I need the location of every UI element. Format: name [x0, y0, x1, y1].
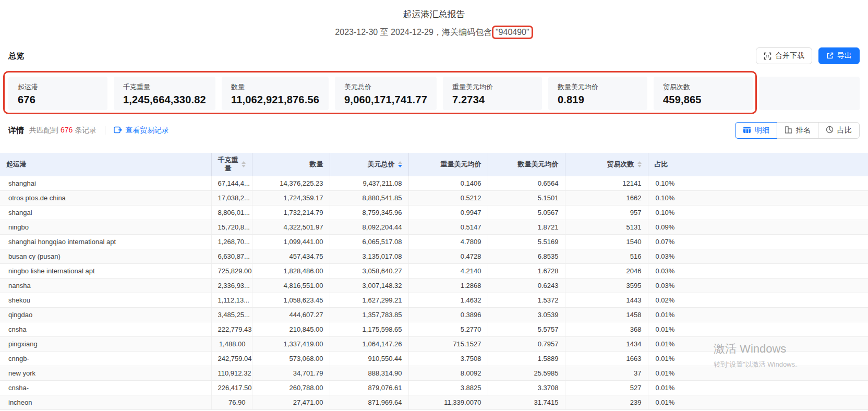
- cell-占比: 0.10%: [648, 176, 868, 191]
- cell-数量美元均价: 3.3708: [488, 381, 565, 395]
- report-page: 起运港汇总报告 2023-12-30 至 2024-12-29，海关编码包含"9…: [0, 0, 868, 411]
- cell-占比: 0.03%: [648, 249, 868, 264]
- cell-千克重量: 1,488.00: [211, 337, 252, 352]
- tab-明细[interactable]: 明细: [735, 122, 777, 139]
- cell-数量美元均价: 1.5372: [488, 293, 565, 308]
- cell-占比: 0.09%: [648, 220, 868, 235]
- toolbar-actions: 合并下载 导出: [756, 47, 860, 64]
- cell-占比: 0.03%: [648, 264, 868, 279]
- cell-起运港: nansha: [0, 279, 211, 293]
- cell-数量: 573,068.00: [252, 352, 330, 366]
- cell-起运港: otros ptos.de china: [0, 191, 211, 206]
- table-row: cnsha222,779.43210,845.001,175,598.655.2…: [0, 322, 868, 337]
- cell-数量美元均价: 3.0539: [488, 308, 565, 322]
- column-header-数量: 数量: [252, 153, 330, 176]
- cell-数量: 4,816,551.00: [252, 279, 330, 293]
- cell-千克重量: 222,779.43: [211, 322, 252, 337]
- card-value: 11,062,921,876.56: [231, 94, 319, 106]
- cell-千克重量: 17,038,2...: [211, 191, 252, 206]
- cell-占比: 0.01%: [648, 308, 868, 322]
- sort-caret-up-icon: [398, 161, 402, 164]
- report-header: 起运港汇总报告 2023-12-30 至 2024-12-29，海关编码包含"9…: [0, 0, 868, 38]
- export-icon: [826, 52, 834, 59]
- column-header-贸易次数[interactable]: 贸易次数: [565, 153, 648, 176]
- cell-起运港: qingdao: [0, 308, 211, 322]
- table-row: shanghai hongqiao international apt1,268…: [0, 235, 868, 249]
- column-header-起运港: 起运港: [0, 153, 211, 176]
- sort-icon: [242, 161, 246, 167]
- cell-贸易次数: 1663: [565, 352, 648, 366]
- cell-千克重量: 110,912.32: [211, 366, 252, 381]
- card-value: 676: [18, 94, 98, 106]
- cell-千克重量: 226,417.50: [211, 381, 252, 395]
- cell-贸易次数: 3595: [565, 279, 648, 293]
- summary-card-4: 美元总价9,060,171,741.77: [335, 77, 437, 110]
- cell-数量美元均价: 0.6243: [488, 279, 565, 293]
- cell-起运港: incheon: [0, 395, 211, 410]
- cell-重量美元均价: 3.8825: [408, 381, 488, 395]
- cell-贸易次数: 239: [565, 395, 648, 410]
- summary-card-2: 千克重量1,245,664,330.82: [114, 77, 215, 110]
- cell-起运港: pingxiang: [0, 337, 211, 352]
- summary-card-empty: [759, 77, 860, 110]
- tab-占比[interactable]: 占比: [818, 122, 860, 139]
- cell-千克重量: 8,806,01...: [211, 206, 252, 220]
- cell-数量: 1,732,214.79: [252, 206, 330, 220]
- cell-数量美元均价: 0.7957: [488, 337, 565, 352]
- tab-排名[interactable]: 排名: [777, 122, 818, 139]
- cell-千克重量: 15,720,8...: [211, 220, 252, 235]
- cell-美元总价: 1,627,299.21: [330, 293, 408, 308]
- card-label: 重量美元均价: [452, 82, 533, 92]
- cell-数量美元均价: 5.5757: [488, 322, 565, 337]
- cell-美元总价: 1,064,147.26: [330, 337, 408, 352]
- summary-card-3: 数量11,062,921,876.56: [222, 77, 329, 110]
- column-label: 数量美元均价: [518, 160, 559, 168]
- cell-数量美元均价: 31.7415: [488, 395, 565, 410]
- cell-起运港: new york: [0, 366, 211, 381]
- sort-caret-up-icon: [242, 161, 246, 164]
- cell-千克重量: 1,112,13...: [211, 293, 252, 308]
- cell-数量: 444,607.27: [252, 308, 330, 322]
- cell-数量: 457,434.75: [252, 249, 330, 264]
- merge-download-button[interactable]: 合并下载: [756, 47, 812, 64]
- cell-重量美元均价: 0.5147: [408, 220, 488, 235]
- cell-贸易次数: 1434: [565, 337, 648, 352]
- cell-贸易次数: 368: [565, 322, 648, 337]
- trade-records-label: 查看贸易记录: [125, 126, 169, 135]
- card-value: 1,245,664,330.82: [123, 94, 206, 106]
- cell-占比: 0.01%: [648, 337, 868, 352]
- export-button[interactable]: 导出: [818, 47, 860, 64]
- cell-贸易次数: 516: [565, 249, 648, 264]
- column-label: 占比: [655, 160, 668, 168]
- tab-label: 排名: [796, 126, 811, 135]
- table-row: new york110,912.3234,701.79888,314.908.0…: [0, 366, 868, 381]
- table-row: busan cy (pusan)6,630,87...457,434.753,1…: [0, 249, 868, 264]
- card-label: 贸易次数: [663, 82, 743, 92]
- table-row: ningbo lishe international apt725,829.00…: [0, 264, 868, 279]
- sort-caret-up-icon: [637, 161, 642, 164]
- column-header-美元总价[interactable]: 美元总价: [330, 153, 408, 176]
- cell-占比: 0.10%: [648, 206, 868, 220]
- merge-download-icon: [764, 52, 771, 60]
- cell-美元总价: 1,357,783.85: [330, 308, 408, 322]
- cell-重量美元均价: 4.7809: [408, 235, 488, 249]
- report-subtitle: 2023-12-30 至 2024-12-29，海关编码包含"940490": [0, 27, 868, 38]
- view-trade-records-link[interactable]: 查看贸易记录: [114, 126, 169, 135]
- column-header-重量美元均价: 重量美元均价: [408, 153, 488, 176]
- table-row: shekou1,112,13...1,058,623.451,627,299.2…: [0, 293, 868, 308]
- cell-重量美元均价: 1.2868: [408, 279, 488, 293]
- cell-占比: 0.01%: [648, 366, 868, 381]
- cell-美元总价: 871,969.64: [330, 395, 408, 410]
- report-date-range: 2023-12-30 至 2024-12-29，海关编码包含: [335, 28, 492, 37]
- pie-icon: [826, 126, 834, 135]
- cell-占比: 0.07%: [648, 235, 868, 249]
- table-row: qingdao3,485,25...444,607.271,357,783.85…: [0, 308, 868, 322]
- column-label: 重量美元均价: [441, 160, 481, 168]
- sort-caret-down-icon: [242, 165, 246, 167]
- table-row: pingxiang1,488.001,337,419.001,064,147.2…: [0, 337, 868, 352]
- cell-数量美元均价: 0.6564: [488, 176, 565, 191]
- detail-bar: 详情 共匹配到676条记录 查看贸易记录 明细排名占比: [8, 122, 860, 139]
- cell-数量美元均价: 1.6728: [488, 264, 565, 279]
- cell-占比: 0.01%: [648, 381, 868, 395]
- column-header-千克重量[interactable]: 千克重量: [211, 153, 252, 176]
